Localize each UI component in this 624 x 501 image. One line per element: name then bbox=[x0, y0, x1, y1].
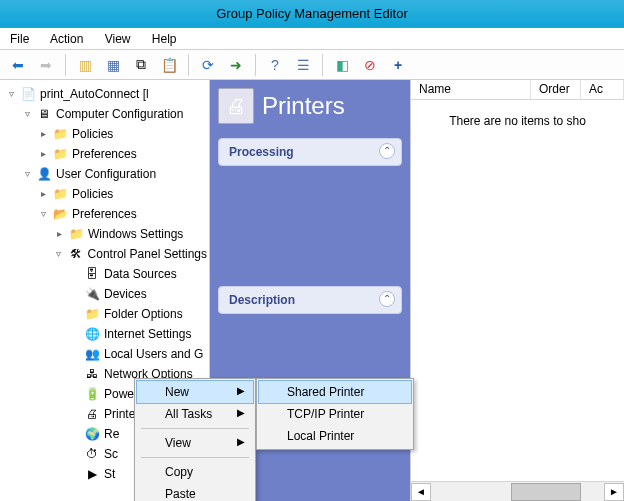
label: Preferences bbox=[72, 145, 137, 163]
ctx-shared-printer[interactable]: Shared Printer bbox=[259, 381, 411, 403]
menu-file[interactable]: File bbox=[10, 32, 29, 46]
expand-icon[interactable]: ▿ bbox=[22, 105, 32, 123]
scroll-right-button[interactable]: ► bbox=[604, 483, 624, 501]
copy-button[interactable]: ⧉ bbox=[129, 53, 153, 77]
tree-uc-preferences[interactable]: ▿📂Preferences bbox=[36, 204, 209, 224]
start-icon: ▶ bbox=[84, 466, 100, 482]
tree-data-sources[interactable]: 🗄Data Sources bbox=[68, 264, 209, 284]
submenu-arrow-icon: ▶ bbox=[237, 407, 245, 418]
toolbar-separator bbox=[188, 54, 189, 76]
computer-icon: 🖥 bbox=[36, 106, 52, 122]
ctx-all-tasks[interactable]: All Tasks ▶ bbox=[137, 403, 253, 425]
menu-separator bbox=[141, 428, 249, 429]
col-action[interactable]: Ac bbox=[581, 80, 624, 99]
label: St bbox=[104, 465, 115, 483]
expand-icon[interactable]: ▿ bbox=[38, 205, 48, 223]
window-title: Group Policy Management Editor bbox=[216, 6, 407, 21]
show-pane-button[interactable]: ▦ bbox=[101, 53, 125, 77]
add-button[interactable]: + bbox=[386, 53, 410, 77]
tree-folder-options[interactable]: 📁Folder Options bbox=[68, 304, 209, 324]
policy-icon: 📄 bbox=[20, 86, 36, 102]
collapse-icon[interactable]: ⌃ bbox=[379, 143, 395, 159]
folder-options-icon: 📁 bbox=[84, 306, 100, 322]
col-name[interactable]: Name bbox=[411, 80, 531, 99]
ctx-copy[interactable]: Copy bbox=[137, 461, 253, 483]
label: Re bbox=[104, 425, 119, 443]
regional-icon: 🌍 bbox=[84, 426, 100, 442]
col-order[interactable]: Order bbox=[531, 80, 581, 99]
description-card[interactable]: Description ⌃ bbox=[218, 286, 402, 314]
label: Policies bbox=[72, 185, 113, 203]
tree-uc-policies[interactable]: ▸📁Policies bbox=[36, 184, 209, 204]
scroll-thumb[interactable] bbox=[511, 483, 581, 501]
export-button[interactable]: ➜ bbox=[224, 53, 248, 77]
tree-root[interactable]: ▿ 📄 print_AutoConnect [l bbox=[4, 84, 209, 104]
tree-devices[interactable]: 🔌Devices bbox=[68, 284, 209, 304]
ctx-paste[interactable]: Paste bbox=[137, 483, 253, 501]
horizontal-scrollbar[interactable]: ◄ ► bbox=[411, 481, 624, 501]
expand-icon[interactable]: ▿ bbox=[22, 165, 32, 183]
folder-icon: 📂 bbox=[52, 206, 68, 222]
toolbar-separator bbox=[65, 54, 66, 76]
preview-header: 🖨 Printers bbox=[218, 88, 402, 124]
back-button[interactable]: ⬅ bbox=[6, 53, 30, 77]
label: Computer Configuration bbox=[56, 105, 183, 123]
help-button[interactable]: ? bbox=[263, 53, 287, 77]
undo-button[interactable]: ⟳ bbox=[196, 53, 220, 77]
window-titlebar: Group Policy Management Editor bbox=[0, 0, 624, 28]
tree-root-label: print_AutoConnect [l bbox=[40, 85, 149, 103]
column-headers: Name Order Ac bbox=[411, 80, 624, 100]
user-icon: 👤 bbox=[36, 166, 52, 182]
ctx-local-printer[interactable]: Local Printer bbox=[259, 425, 411, 447]
tree-user-config[interactable]: ▿ 👤 User Configuration bbox=[20, 164, 209, 184]
toolbar-separator bbox=[322, 54, 323, 76]
label: Control Panel Settings bbox=[88, 245, 207, 263]
scroll-track[interactable] bbox=[431, 483, 604, 501]
label: Policies bbox=[72, 125, 113, 143]
forward-button[interactable]: ➡ bbox=[34, 53, 58, 77]
processing-card[interactable]: Processing ⌃ bbox=[218, 138, 402, 166]
filter-button[interactable]: ◧ bbox=[330, 53, 354, 77]
collapse-icon[interactable]: ⌃ bbox=[379, 291, 395, 307]
label: Devices bbox=[104, 285, 147, 303]
new-item-button[interactable]: ▥ bbox=[73, 53, 97, 77]
properties-button[interactable]: ☰ bbox=[291, 53, 315, 77]
expand-icon[interactable]: ▸ bbox=[38, 125, 48, 143]
tree-cc-policies[interactable]: ▸📁Policies bbox=[36, 124, 209, 144]
ctx-tcpip-printer[interactable]: TCP/IP Printer bbox=[259, 403, 411, 425]
paste-button[interactable]: 📋 bbox=[157, 53, 181, 77]
toolbar: ⬅ ➡ ▥ ▦ ⧉ 📋 ⟳ ➜ ? ☰ ◧ ⊘ + bbox=[0, 50, 624, 80]
expand-icon[interactable]: ▸ bbox=[54, 225, 64, 243]
scheduled-icon: ⏱ bbox=[84, 446, 100, 462]
tree-computer-config[interactable]: ▿ 🖥 Computer Configuration bbox=[20, 104, 209, 124]
ctx-view-label: View bbox=[165, 436, 191, 450]
list-pane: Name Order Ac There are no items to sho … bbox=[410, 80, 624, 501]
expand-icon[interactable]: ▿ bbox=[54, 245, 64, 263]
ctx-view[interactable]: View ▶ bbox=[137, 432, 253, 454]
tree-cc-preferences[interactable]: ▸📁Preferences bbox=[36, 144, 209, 164]
preview-title: Printers bbox=[262, 92, 345, 120]
stop-button[interactable]: ⊘ bbox=[358, 53, 382, 77]
expand-icon[interactable]: ▸ bbox=[38, 145, 48, 163]
submenu-arrow-icon: ▶ bbox=[237, 385, 245, 396]
menu-separator bbox=[141, 457, 249, 458]
label: Shared Printer bbox=[287, 385, 364, 399]
expand-icon[interactable]: ▿ bbox=[6, 85, 16, 103]
scroll-left-button[interactable]: ◄ bbox=[411, 483, 431, 501]
expand-icon[interactable]: ▸ bbox=[38, 185, 48, 203]
processing-label: Processing bbox=[229, 145, 294, 159]
tree-control-panel-settings[interactable]: ▿🛠Control Panel Settings bbox=[52, 244, 209, 264]
users-icon: 👥 bbox=[84, 346, 100, 362]
tree-local-users[interactable]: 👥Local Users and G bbox=[68, 344, 209, 364]
menu-action[interactable]: Action bbox=[50, 32, 83, 46]
menu-help[interactable]: Help bbox=[152, 32, 177, 46]
tree-internet-settings[interactable]: 🌐Internet Settings bbox=[68, 324, 209, 344]
ctx-new[interactable]: New ▶ bbox=[137, 381, 253, 403]
label: Preferences bbox=[72, 205, 137, 223]
tree-windows-settings[interactable]: ▸📁Windows Settings bbox=[52, 224, 209, 244]
data-sources-icon: 🗄 bbox=[84, 266, 100, 282]
folder-icon: 📁 bbox=[52, 146, 68, 162]
submenu-arrow-icon: ▶ bbox=[237, 436, 245, 447]
ctx-new-label: New bbox=[165, 385, 189, 399]
menu-view[interactable]: View bbox=[105, 32, 131, 46]
